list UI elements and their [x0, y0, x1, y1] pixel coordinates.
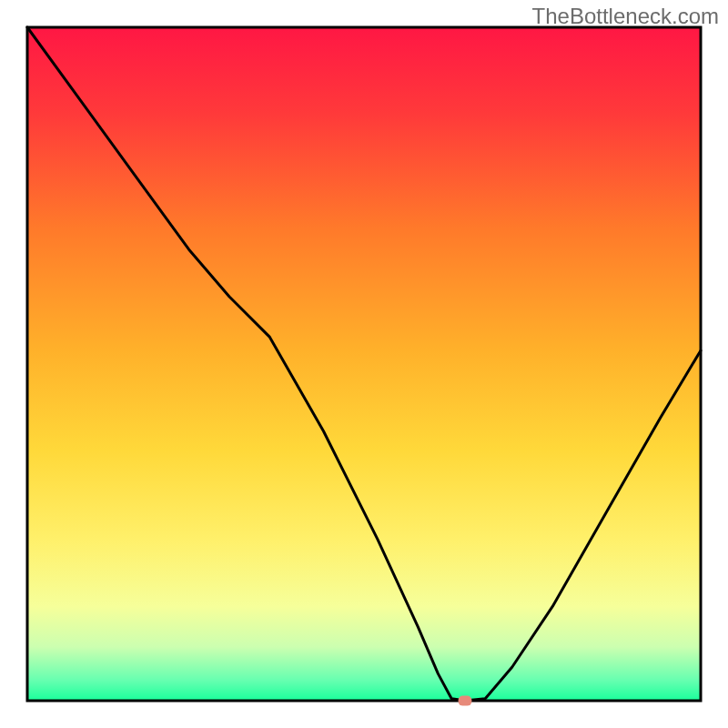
site-watermark: TheBottleneck.com — [532, 4, 719, 29]
gradient-background — [27, 27, 701, 701]
optimum-marker — [459, 696, 472, 706]
plot-area — [27, 27, 701, 706]
bottleneck-chart — [0, 0, 728, 728]
chart-container: TheBottleneck.com — [0, 0, 728, 728]
